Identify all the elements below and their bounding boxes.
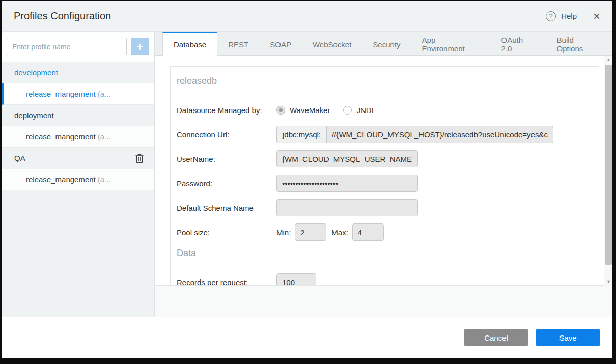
schema-input[interactable]: [276, 199, 418, 216]
profile-group-label: development: [14, 68, 58, 77]
radio-wavemaker-label: WaveMaker: [290, 106, 330, 115]
connection-url-group: jdbc:mysql:: [276, 126, 553, 143]
dialog-body: + development release_mangement (a... de…: [2, 32, 612, 317]
radio-wavemaker-icon[interactable]: [276, 106, 285, 115]
database-section-title: releasedb: [177, 76, 593, 94]
username-label: UserName:: [177, 155, 276, 163]
dialog-header: Profiles Configuration ? Help ×: [2, 1, 612, 32]
records-input[interactable]: [276, 273, 316, 286]
sidebar-item-release-mangement-deploy[interactable]: release_mangement (a...: [2, 126, 154, 148]
releasedb-section: releasedb Datasource Managed by: WaveMak…: [170, 66, 599, 286]
schema-row: Default Schema Name: [177, 199, 593, 216]
profile-group-label: QA: [14, 154, 25, 162]
pool-min-input[interactable]: [295, 223, 326, 241]
profile-suffix: (a...: [98, 175, 111, 184]
tab-soap[interactable]: SOAP: [259, 32, 302, 55]
config-tabbar: Database REST SOAP WebSocket Security Ap…: [155, 32, 612, 56]
profile-name-input[interactable]: [7, 38, 127, 55]
pool-max-input[interactable]: [352, 223, 384, 241]
sidebar-item-deployment[interactable]: deployment: [2, 105, 154, 126]
tab-security[interactable]: Security: [362, 32, 411, 55]
connection-url-prefix: jdbc:mysql:: [276, 126, 326, 143]
delete-profile-icon[interactable]: [135, 153, 144, 163]
cancel-button[interactable]: Cancel: [464, 329, 528, 346]
schema-label: Default Schema Name: [177, 204, 276, 212]
password-label: Password:: [177, 179, 276, 188]
scroll-down-icon[interactable]: ▼: [604, 278, 612, 286]
pool-min-label: Min:: [276, 228, 291, 237]
scroll-up-icon[interactable]: ▲: [604, 56, 612, 64]
datasource-row: Datasource Managed by: WaveMaker JNDI: [177, 101, 593, 119]
tab-websocket[interactable]: WebSocket: [302, 32, 362, 55]
dialog-footer: Cancel Save: [2, 317, 612, 358]
pool-size-label: Pool size:: [177, 228, 276, 237]
profiles-list: development release_mangement (a... depl…: [2, 62, 154, 317]
profile-label: release_mangement: [26, 90, 96, 98]
pool-max-label: Max:: [331, 228, 348, 237]
sidebar-item-release-mangement-dev[interactable]: release_mangement (a...: [2, 83, 154, 105]
data-section-title: Data: [177, 248, 593, 266]
radio-jndi[interactable]: JNDI: [343, 106, 373, 115]
sidebar-item-qa[interactable]: QA: [2, 148, 154, 169]
scrollbar-thumb[interactable]: [605, 65, 612, 265]
tab-app-environment[interactable]: App Environment: [411, 32, 491, 55]
sidebar-item-development[interactable]: development: [2, 62, 154, 83]
tab-content-area: releasedb Datasource Managed by: WaveMak…: [155, 56, 612, 317]
profile-suffix: (a...: [98, 90, 111, 98]
sidebar-item-release-mangement-qa[interactable]: release_mangement (a...: [2, 169, 154, 190]
profile-suffix: (a...: [98, 132, 111, 141]
tab-rest[interactable]: REST: [217, 32, 259, 55]
profile-group-label: deployment: [14, 111, 54, 120]
profile-label: release_mangement: [26, 132, 96, 141]
profile-label: release_mangement: [26, 175, 96, 184]
close-icon[interactable]: ×: [593, 11, 600, 21]
password-row: Password:: [177, 175, 593, 192]
add-profile-button[interactable]: +: [131, 38, 149, 55]
username-row: UserName:: [177, 150, 593, 167]
tab-build-options[interactable]: Build Options: [546, 32, 612, 55]
help-icon[interactable]: ?: [546, 11, 556, 21]
database-form-panel: releasedb Datasource Managed by: WaveMak…: [155, 56, 604, 286]
save-button[interactable]: Save: [536, 329, 600, 346]
help-link[interactable]: Help: [561, 12, 577, 20]
vertical-scrollbar[interactable]: ▲ ▼: [604, 56, 612, 286]
radio-jndi-icon[interactable]: [343, 106, 352, 115]
username-input[interactable]: [276, 150, 418, 167]
datasource-label: Datasource Managed by:: [177, 106, 276, 115]
datasource-radio-group: WaveMaker JNDI: [276, 106, 374, 115]
records-row: Records per request:: [177, 273, 593, 286]
tab-oauth[interactable]: OAuth 2.0: [491, 32, 546, 55]
radio-wavemaker[interactable]: WaveMaker: [276, 106, 330, 115]
tab-database[interactable]: Database: [162, 32, 217, 56]
password-input[interactable]: [276, 175, 418, 192]
header-actions: ? Help ×: [546, 11, 600, 21]
dialog-title: Profiles Configuration: [14, 10, 111, 22]
profile-detail-pane: Database REST SOAP WebSocket Security Ap…: [155, 32, 612, 317]
connection-url-row: Connection Url: jdbc:mysql:: [177, 126, 593, 143]
connection-url-label: Connection Url:: [177, 130, 276, 139]
records-label: Records per request:: [177, 278, 276, 286]
connection-url-input[interactable]: [326, 126, 553, 143]
profile-search-row: +: [2, 32, 154, 62]
pool-size-row: Pool size: Min: Max:: [177, 223, 593, 241]
profiles-sidebar: + development release_mangement (a... de…: [2, 32, 155, 317]
radio-jndi-label: JNDI: [356, 106, 373, 115]
profiles-configuration-dialog: Profiles Configuration ? Help × + develo…: [2, 1, 612, 358]
